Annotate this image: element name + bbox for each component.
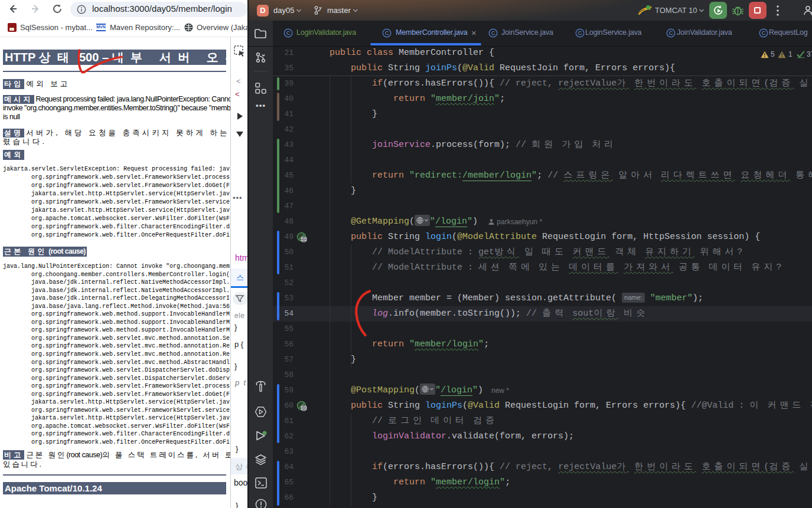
svg-text:C: C — [762, 30, 766, 36]
svg-text:C: C — [286, 30, 291, 36]
svg-text:C: C — [385, 30, 389, 36]
svg-text:C: C — [669, 30, 673, 36]
svg-text:C: C — [491, 30, 495, 36]
svg-text:C: C — [578, 30, 582, 36]
